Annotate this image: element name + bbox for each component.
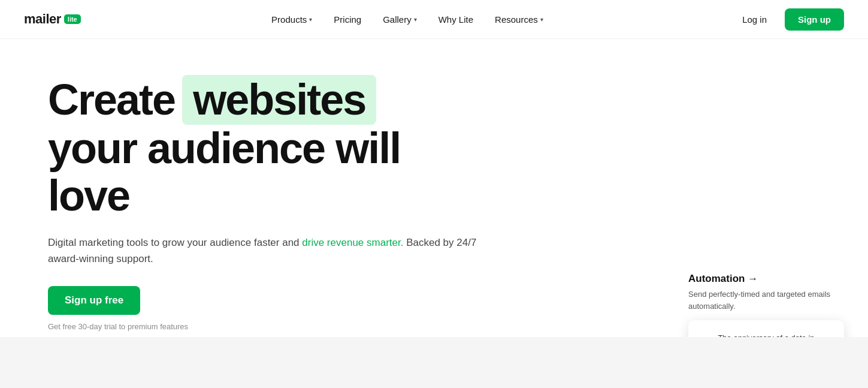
nav-why-lite-label: Why Lite [438,14,473,25]
nav-why-lite[interactable]: Why Lite [430,10,482,29]
hero-subtext-green: drive revenue smarter. [300,237,404,248]
hero-create-text: Create [48,76,175,124]
nav-pricing[interactable]: Pricing [325,10,370,29]
nav-center: Products ▾ Pricing Gallery ▾ Why Lite Re… [263,10,552,29]
automation-label-text: Automation → [688,273,758,285]
nav-gallery-label: Gallery [383,14,412,25]
navbar: mailer lite Products ▾ Pricing Gallery ▾… [0,0,868,39]
nav-products[interactable]: Products ▾ [263,10,320,29]
nav-right: Log in Sign up [734,8,844,31]
page-wrapper: Create websites your audience will love … [0,39,868,388]
hero-subtext: Digital marketing tools to grow your aud… [48,234,491,267]
automation-description: Send perfectly-timed and targeted emails… [688,288,844,312]
login-button[interactable]: Log in [734,10,775,29]
nav-resources[interactable]: Resources ▾ [486,10,552,29]
nav-resources-label: Resources [495,14,538,25]
bottom-gray-bar [0,337,868,388]
trial-text: Get free 30-day trial to premium feature… [48,322,491,331]
logo-mailer-text: mailer [24,11,61,27]
signup-free-button[interactable]: Sign up free [48,286,140,315]
resources-chevron-icon: ▾ [540,16,543,23]
nav-products-label: Products [271,14,307,25]
products-chevron-icon: ▾ [309,16,312,23]
hero-subtext-part1: Digital marketing tools to grow your aud… [48,237,300,248]
hero-highlight-word: websites [182,75,376,125]
logo[interactable]: mailer lite [24,11,81,27]
automation-label: Automation → [688,273,844,285]
gallery-chevron-icon: ▾ [414,16,417,23]
hero-section: Create websites your audience will love … [0,39,539,355]
hero-line1: Create websites [48,75,491,125]
logo-lite-badge: lite [64,14,81,24]
nav-gallery[interactable]: Gallery ▾ [374,10,425,29]
hero-headline: Create websites your audience will love [48,75,491,220]
hero-line2: your audience will love [48,125,491,219]
signup-button[interactable]: Sign up [785,8,844,31]
nav-pricing-label: Pricing [334,14,361,25]
